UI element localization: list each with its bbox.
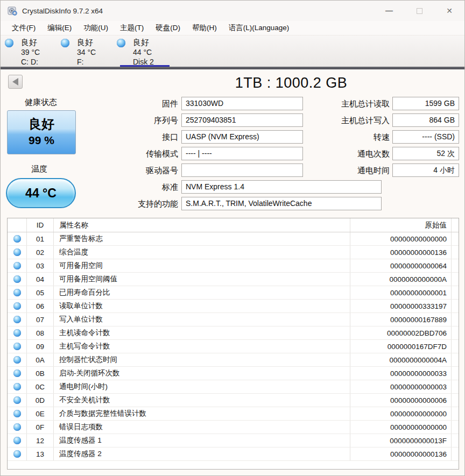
- table-row[interactable]: 0C通电时间(小时)00000000000003: [8, 380, 459, 394]
- health-percent-value: 99 %: [8, 132, 75, 148]
- table-row[interactable]: 13温度传感器 200000000000136: [8, 447, 459, 461]
- attr-raw-value: 00000000167889: [350, 313, 452, 326]
- field-label: 传输模式: [81, 147, 178, 160]
- field-value-box: 4 小时: [392, 164, 459, 177]
- maximize-button[interactable]: [404, 1, 434, 21]
- attr-raw-value: 0000000000013F: [350, 434, 452, 447]
- table-row[interactable]: 0B启动-关闭循环次数00000000000033: [8, 367, 459, 380]
- attr-name: 读取单位计数: [54, 300, 350, 312]
- attr-name: 温度传感器 2: [54, 447, 350, 460]
- drive-tab-2[interactable]: 良好44 °CDisk 2: [116, 35, 172, 67]
- attribute-name-column-header: 属性名称: [54, 218, 350, 232]
- attr-name: 介质与数据完整性错误计数: [54, 407, 350, 420]
- attr-id: 0E: [27, 407, 54, 420]
- table-row[interactable]: 0A控制器忙状态时间0000000000004A: [8, 353, 459, 367]
- attr-name: 主机写命令计数: [54, 340, 350, 353]
- attr-name: 严重警告标志: [54, 232, 350, 245]
- table-row[interactable]: 09主机写命令计数0000000167DF7D: [8, 340, 459, 353]
- health-status-label: 健康状态: [6, 97, 76, 108]
- table-row[interactable]: 0D不安全关机计数00000000000006: [8, 394, 459, 407]
- status-orb-icon: [13, 437, 21, 444]
- drive-info-panel: 1TB : 1000.2 GB 健康状态 良好 99 % 温度 44 °C ID…: [1, 69, 465, 475]
- status-orb-icon: [13, 450, 21, 458]
- field-label: 主机总计写入: [310, 113, 390, 127]
- table-row[interactable]: 06读取单位计数00000000333197: [8, 300, 459, 313]
- table-row[interactable]: 08主机读命令计数00000002DBD706: [8, 326, 459, 340]
- attr-id: 06: [27, 300, 54, 312]
- tab-health-status: 良好: [21, 38, 37, 48]
- attr-id: 01: [27, 232, 54, 245]
- attr-id: 0F: [27, 421, 54, 434]
- status-orb-icon: [13, 410, 21, 417]
- field-label: 通电时间: [310, 164, 390, 177]
- field-value-box: UASP (NVM Express): [181, 130, 303, 144]
- field-value-box: NVM Express 1.4: [181, 180, 382, 194]
- attr-id: 05: [27, 286, 54, 299]
- table-row[interactable]: 02综合温度00000000000136: [8, 246, 459, 259]
- status-orb-icon: [13, 275, 21, 283]
- tab-temperature: 39 °C: [4, 48, 60, 57]
- status-orb-icon: [13, 423, 21, 431]
- field-label: 序列号: [81, 113, 178, 127]
- table-row[interactable]: 0F错误日志项数00000000000000: [8, 421, 459, 434]
- temperature-button[interactable]: 44 °C: [6, 178, 76, 208]
- minimize-button[interactable]: —: [374, 1, 404, 21]
- attr-raw-value: 00000000000000: [350, 232, 452, 245]
- field-label: 支持的功能: [81, 197, 178, 210]
- health-status-button[interactable]: 良好 99 %: [7, 110, 76, 154]
- status-orb-icon: [13, 383, 21, 390]
- status-column-header: [8, 218, 27, 232]
- table-row[interactable]: 04可用备用空间阈值0000000000000A: [8, 273, 459, 286]
- status-orb-icon: [13, 235, 21, 243]
- attr-raw-value: 00000000000136: [350, 447, 452, 460]
- field-value-box: [181, 164, 303, 177]
- menu-item[interactable]: 语言(L)(Language): [223, 22, 295, 34]
- table-row[interactable]: 05已用寿命百分比00000000000001: [8, 286, 459, 300]
- table-row[interactable]: 01严重警告标志00000000000000: [8, 232, 459, 246]
- tab-health-status: 良好: [133, 38, 149, 48]
- table-row[interactable]: 03可用备用空间00000000000064: [8, 259, 459, 273]
- field-value-box: ---- (SSD): [392, 130, 459, 144]
- menu-item[interactable]: 编辑(E): [41, 22, 78, 34]
- tab-temperature: 44 °C: [116, 48, 172, 57]
- field-value-box: 1599 GB: [392, 97, 459, 110]
- field-value-box: 52 次: [392, 147, 459, 160]
- tab-drive-label: F:: [60, 57, 116, 67]
- field-value-box: 252709403851: [181, 113, 303, 127]
- attr-raw-value: 00000000000001: [350, 286, 452, 299]
- menu-item[interactable]: 功能(U): [78, 22, 114, 34]
- attr-id: 03: [27, 259, 54, 272]
- drive-tab-1[interactable]: 良好34 °CF:: [60, 35, 116, 67]
- previous-disk-button[interactable]: [8, 75, 23, 89]
- attr-name: 启动-关闭循环次数: [54, 367, 350, 380]
- menu-item[interactable]: 主题(T): [114, 22, 150, 34]
- close-button[interactable]: ✕: [434, 1, 464, 21]
- tab-health-status: 良好: [77, 38, 93, 48]
- status-orb-icon: [13, 289, 21, 296]
- attr-name: 温度传感器 1: [54, 434, 350, 447]
- table-row[interactable]: 0E介质与数据完整性错误计数00000000000000: [8, 407, 459, 421]
- field-label: 接口: [81, 130, 178, 144]
- field-label: 主机总计读取: [310, 97, 390, 110]
- attr-name: 不安全关机计数: [54, 394, 350, 407]
- status-orb-icon: [13, 316, 21, 323]
- table-row[interactable]: 07写入单位计数00000000167889: [8, 313, 459, 326]
- field-label: 标准: [81, 180, 178, 194]
- table-row[interactable]: 12温度传感器 10000000000013F: [8, 434, 459, 447]
- menu-item[interactable]: 文件(F): [6, 22, 41, 34]
- attr-name: 错误日志项数: [54, 421, 350, 434]
- drive-tab-0[interactable]: 良好39 °CC: D:: [4, 35, 60, 67]
- menu-item[interactable]: 硬盘(D): [150, 22, 186, 34]
- maximize-icon: [417, 8, 422, 14]
- attr-name: 写入单位计数: [54, 313, 350, 326]
- attr-raw-value: 00000000333197: [350, 300, 452, 312]
- field-label: 转速: [310, 130, 390, 144]
- status-orb-icon: [5, 39, 13, 47]
- tab-drive-label: C: D:: [4, 57, 60, 67]
- attr-raw-value: 0000000000000A: [350, 273, 452, 286]
- menu-item[interactable]: 帮助(H): [186, 22, 223, 34]
- attr-name: 已用寿命百分比: [54, 286, 350, 299]
- field-value-box: S.M.A.R.T., TRIM, VolatileWriteCache: [181, 197, 382, 210]
- attr-id: 07: [27, 313, 54, 326]
- attr-raw-value: 00000000000003: [350, 380, 452, 393]
